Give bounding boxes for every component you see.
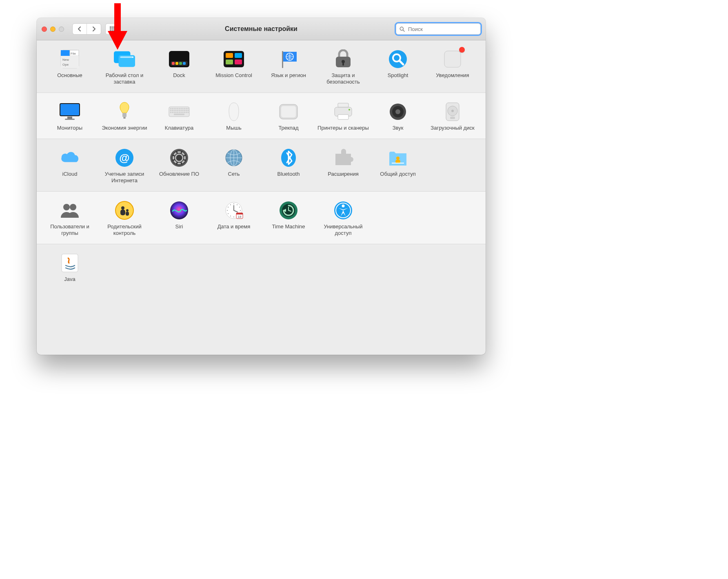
pref-item-bluetooth[interactable]: Bluetooth — [261, 147, 316, 184]
close-button[interactable] — [42, 27, 47, 32]
pref-item-extensions[interactable]: Расширения — [316, 147, 371, 184]
pref-item-sound[interactable]: Звук — [371, 101, 425, 131]
svg-text:Ope: Ope — [62, 63, 69, 66]
svg-rect-79 — [177, 112, 178, 113]
pref-item-dock[interactable]: Dock — [152, 49, 206, 85]
pref-item-siri[interactable]: Siri — [152, 200, 206, 236]
svg-rect-73 — [186, 110, 187, 111]
pref-item-label: Общий доступ — [380, 171, 415, 177]
pref-item-startup-disk[interactable]: Загрузочный диск — [425, 101, 480, 131]
svg-text:File: File — [71, 52, 76, 55]
pref-item-energy-saver[interactable]: Экономия энергии — [97, 101, 152, 131]
pref-item-date-time[interactable]: 18Дата и время — [206, 200, 261, 236]
svg-rect-35 — [235, 60, 242, 64]
pref-item-parental-controls[interactable]: Родительский контроль — [97, 200, 152, 236]
minimize-button[interactable] — [50, 27, 55, 32]
svg-rect-8 — [110, 30, 111, 31]
spotlight-icon — [387, 49, 408, 70]
svg-rect-105 — [184, 156, 186, 159]
pref-item-general[interactable]: FileNewOpeОсновные — [42, 49, 97, 85]
energy-saver-icon — [114, 101, 135, 122]
svg-rect-1 — [111, 27, 113, 28]
pref-item-users-groups[interactable]: Пользователи и группы — [42, 200, 97, 236]
svg-point-138 — [228, 213, 229, 214]
pref-item-desktop-screensaver[interactable]: Рабочий стол и заставка — [97, 49, 152, 85]
pref-item-label: Java — [64, 276, 75, 283]
accessibility-icon — [333, 200, 354, 221]
svg-rect-72 — [184, 110, 185, 111]
pref-item-label: Дата и время — [218, 223, 251, 230]
svg-point-122 — [121, 206, 124, 210]
svg-rect-29 — [179, 62, 182, 65]
svg-rect-4 — [110, 29, 111, 30]
pref-item-network[interactable]: Сеть — [206, 147, 261, 184]
svg-rect-27 — [172, 62, 175, 65]
pref-item-label: Spotlight — [388, 72, 408, 79]
zoom-button-disabled — [59, 27, 64, 32]
pref-item-printers-scanners[interactable]: Принтеры и сканеры — [316, 101, 371, 131]
svg-rect-91 — [338, 115, 348, 119]
siri-icon — [169, 200, 190, 221]
svg-rect-51 — [123, 117, 126, 119]
desktop-screensaver-icon — [114, 49, 135, 70]
forward-button[interactable] — [87, 24, 101, 34]
pref-item-displays[interactable]: Мониторы — [42, 101, 97, 131]
svg-rect-60 — [182, 108, 184, 109]
pref-item-internet-accounts[interactable]: @Учетные записи Интернета — [97, 147, 152, 184]
svg-rect-69 — [179, 110, 180, 111]
language-region-icon — [278, 49, 299, 70]
pref-item-keyboard[interactable]: Клавиатура — [152, 101, 206, 131]
svg-rect-54 — [172, 108, 173, 109]
svg-rect-118 — [395, 160, 400, 163]
svg-rect-62 — [186, 108, 187, 109]
svg-rect-30 — [183, 62, 186, 65]
svg-rect-53 — [170, 108, 171, 109]
svg-rect-86 — [174, 114, 184, 115]
pref-item-security-privacy[interactable]: Защита и безопасность — [316, 49, 371, 85]
pref-item-language-region[interactable]: Язык и регион — [261, 49, 316, 85]
window-controls — [42, 27, 64, 32]
back-button[interactable] — [73, 24, 87, 34]
search-field[interactable] — [396, 23, 481, 35]
general-icon: FileNewOpe — [59, 49, 80, 70]
search-input[interactable] — [407, 26, 477, 33]
date-time-icon: 18 — [223, 200, 244, 221]
svg-rect-61 — [184, 108, 185, 109]
section-1: МониторыЭкономия энергииКлавиатураМышьТр… — [37, 93, 486, 139]
svg-point-95 — [395, 109, 400, 114]
svg-rect-74 — [187, 110, 189, 111]
svg-rect-68 — [177, 110, 178, 111]
pref-item-icloud[interactable]: iCloud — [42, 147, 97, 184]
svg-rect-64 — [170, 110, 171, 111]
svg-rect-0 — [110, 27, 111, 28]
svg-rect-48 — [67, 117, 72, 119]
svg-rect-89 — [338, 103, 348, 107]
pref-item-mission-control[interactable]: Mission Control — [206, 49, 261, 85]
pref-item-label: Пользователи и группы — [44, 223, 95, 236]
pref-item-notifications[interactable]: Уведомления — [425, 49, 480, 85]
pref-item-sharing[interactable]: Общий доступ — [371, 147, 425, 184]
svg-rect-28 — [175, 62, 178, 65]
pref-item-mouse[interactable]: Мышь — [206, 101, 261, 131]
svg-point-120 — [70, 204, 76, 210]
pref-item-trackpad[interactable]: Трекпад — [261, 101, 316, 131]
show-all-button[interactable] — [105, 23, 121, 35]
pref-item-label: Мышь — [226, 125, 241, 131]
svg-point-98 — [451, 110, 454, 112]
dock-icon — [169, 49, 190, 70]
network-icon — [223, 147, 244, 168]
svg-rect-33 — [235, 53, 242, 58]
pref-item-java[interactable]: Java — [42, 252, 97, 283]
pref-item-label: Защита и безопасность — [317, 72, 369, 85]
section-2: iCloud@Учетные записи ИнтернетаОбновлени… — [37, 139, 486, 192]
pref-item-accessibility[interactable]: Универсальный доступ — [316, 200, 371, 236]
svg-rect-125 — [126, 212, 129, 216]
pref-item-label: Уведомления — [436, 72, 469, 79]
pref-item-time-machine[interactable]: Time Machine — [261, 200, 316, 236]
pref-item-software-update[interactable]: Обновление ПО — [152, 147, 206, 184]
svg-rect-55 — [173, 108, 175, 109]
security-privacy-icon — [333, 49, 354, 70]
pref-item-spotlight[interactable]: Spotlight — [371, 49, 425, 85]
svg-rect-111 — [178, 151, 181, 153]
section-3: Пользователи и группыРодительский контро… — [37, 192, 486, 244]
